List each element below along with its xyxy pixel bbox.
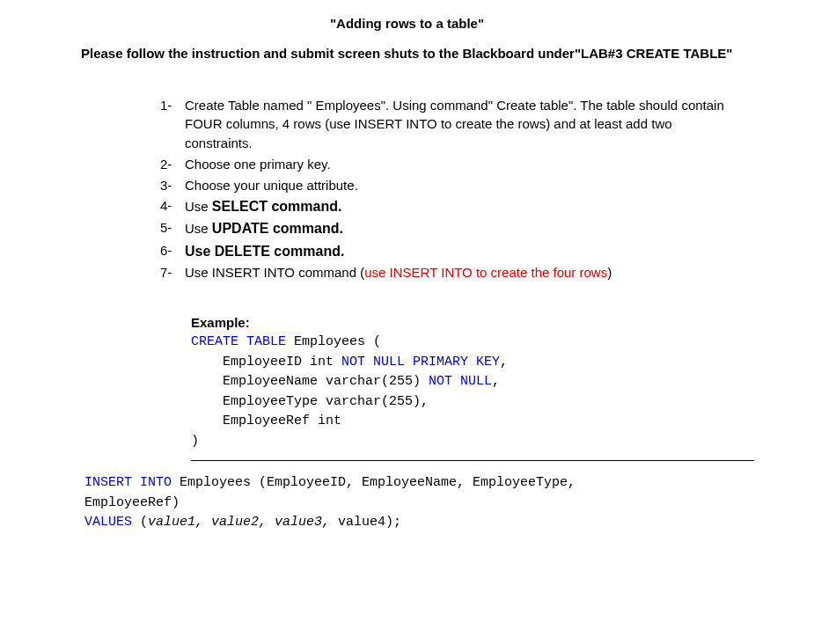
step-1: 1- Create Table named " Employees". Usin… [160,95,733,154]
step-red-note: use INSERT INTO to create the four rows [364,265,607,280]
code-line: VALUES (value1, value2, value3, value4); [84,513,733,533]
code-italic: value1, value2, value3, [148,515,330,530]
step-text: Choose your unique attribute. [185,178,358,193]
code-line: EmployeeType varchar(255), [191,392,733,413]
code-text: , [492,374,500,389]
sql-keyword: NOT NULL PRIMARY KEY [341,355,500,370]
step-command: Use DELETE command. [185,244,344,259]
steps-list: 1- Create Table named " Employees". Usin… [81,95,733,283]
code-line: EmployeeRef) [84,494,733,514]
code-text: , [500,355,508,370]
step-number: 5- [160,218,172,238]
example-label: Example: [191,313,733,333]
step-command: UPDATE command. [212,221,343,236]
step-number: 7- [160,263,172,282]
sql-keyword: NOT NULL [429,374,492,389]
step-5: 5- Use UPDATE command. [160,217,733,239]
sql-keyword: VALUES [84,515,132,530]
code-text: Employees ( [286,334,381,349]
code-text: ( [132,515,148,530]
step-3: 3- Choose your unique attribute. [160,175,733,196]
code-line: ) [191,432,733,452]
code-line: EmployeeID int NOT NULL PRIMARY KEY, [191,353,733,373]
page-title: "Adding rows to a table" [81,14,733,33]
step-prefix: Use INSERT INTO command ( [185,265,364,280]
code-line: INSERT INTO Employees (EmployeeID, Emplo… [84,473,733,494]
document-page: "Adding rows to a table" Please follow t… [0,0,814,533]
step-number: 1- [160,96,172,115]
code-text: value4); [330,515,401,530]
step-number: 4- [160,196,172,216]
step-number: 2- [160,155,172,174]
step-prefix: Use [185,221,212,236]
step-4: 4- Use SELECT command. [160,195,733,217]
step-7: 7- Use INSERT INTO command (use INSERT I… [160,262,733,283]
step-text: Choose one primary key. [185,157,331,172]
divider [191,460,754,461]
step-2: 2- Choose one primary key. [160,154,733,175]
step-6: 6- Use DELETE command. [160,240,733,262]
step-number: 6- [160,241,172,260]
code-text: EmployeeID int [191,355,341,370]
code-line: EmployeeRef int [191,412,733,432]
code-text: EmployeeName varchar(255) [191,374,429,389]
step-number: 3- [160,176,172,195]
code-line: CREATE TABLE Employees ( [191,333,733,353]
insert-code-block: INSERT INTO Employees (EmployeeID, Emplo… [81,473,733,533]
intro-paragraph: Please follow the instruction and submit… [81,44,733,63]
code-text: Employees (EmployeeID, EmployeeName, Emp… [172,475,576,490]
step-prefix: Use [185,199,212,214]
code-line: EmployeeName varchar(255) NOT NULL, [191,372,733,392]
sql-keyword: CREATE TABLE [191,334,286,349]
step-command: SELECT command. [212,199,342,214]
step-suffix: ) [607,265,612,280]
step-text: Create Table named " Employees". Using c… [185,98,724,151]
example-code-block: Example: CREATE TABLE Employees ( Employ… [191,313,733,462]
sql-keyword: INSERT INTO [84,475,172,490]
